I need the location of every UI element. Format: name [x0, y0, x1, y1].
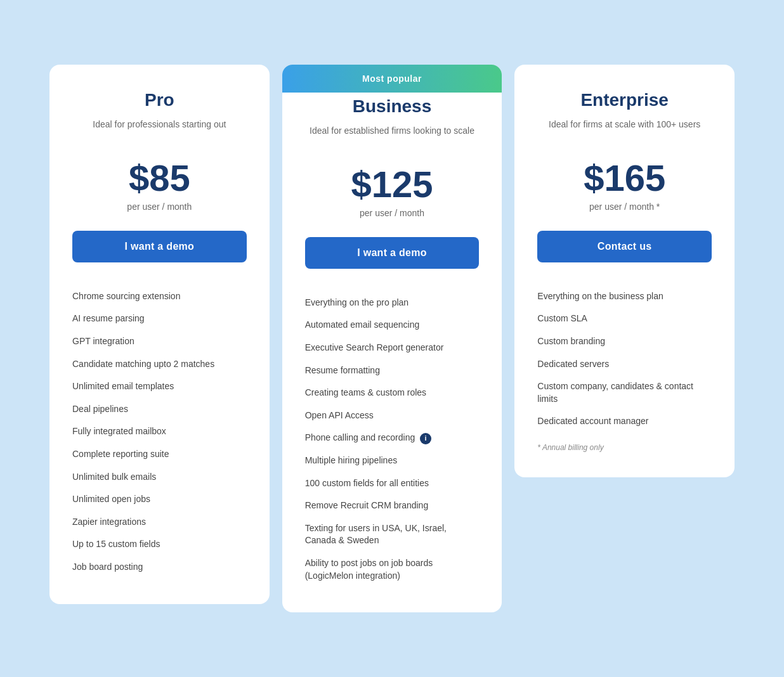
feature-item: Chrome sourcing extension — [72, 285, 247, 308]
feature-item: Complete reporting suite — [72, 443, 247, 466]
feature-item: Fully integrated mailbox — [72, 420, 247, 443]
feature-item: Phone calling and recording i — [305, 427, 480, 449]
plan-title-business: Business — [305, 96, 480, 117]
annual-note: * Annual billing only — [537, 443, 712, 452]
plan-price-pro: $85 — [72, 160, 247, 197]
plan-card-pro: ProIdeal for professionals starting out$… — [49, 65, 270, 604]
most-popular-badge: Most popular — [282, 65, 502, 93]
feature-item: GPT integration — [72, 330, 247, 353]
plan-cta-business[interactable]: I want a demo — [305, 237, 480, 269]
plan-period-pro: per user / month — [72, 202, 247, 212]
feature-item: Open API Access — [305, 404, 480, 427]
features-list-enterprise: Everything on the business planCustom SL… — [537, 285, 712, 433]
feature-item: Ability to post jobs on job boards (Logi… — [305, 552, 480, 587]
feature-item: Texting for users in USA, UK, Israel, Ca… — [305, 517, 480, 552]
plan-card-enterprise: EnterpriseIdeal for firms at scale with … — [514, 65, 735, 477]
pricing-wrapper: ProIdeal for professionals starting out$… — [43, 65, 741, 612]
feature-item: Creating teams & custom roles — [305, 382, 480, 404]
feature-item: Remove Recruit CRM branding — [305, 494, 480, 517]
feature-item: Automated email sequencing — [305, 314, 480, 337]
feature-item: Multiple hiring pipelines — [305, 449, 480, 472]
feature-item: Dedicated account manager — [537, 410, 712, 433]
plan-subtitle-enterprise: Ideal for firms at scale with 100+ users — [537, 118, 712, 145]
plan-subtitle-pro: Ideal for professionals starting out — [72, 118, 247, 145]
feature-item: Up to 15 custom fields — [72, 533, 247, 556]
plan-price-enterprise: $165 — [537, 160, 712, 197]
plan-title-enterprise: Enterprise — [537, 90, 712, 110]
feature-item: Unlimited open jobs — [72, 488, 247, 511]
feature-item: Resume formatting — [305, 359, 480, 382]
plan-title-pro: Pro — [72, 90, 247, 110]
plan-period-enterprise: per user / month * — [537, 202, 712, 212]
feature-item: Job board posting — [72, 556, 247, 579]
feature-item: Dedicated servers — [537, 353, 712, 376]
plan-cta-enterprise[interactable]: Contact us — [537, 231, 712, 262]
feature-item: Unlimited bulk emails — [72, 466, 247, 489]
feature-item: Everything on the pro plan — [305, 292, 480, 314]
plan-card-business: Most popularBusinessIdeal for establishe… — [282, 65, 502, 612]
feature-item: 100 custom fields for all entities — [305, 472, 480, 495]
feature-item: Custom SLA — [537, 307, 712, 330]
feature-item: Candidate matching upto 2 matches — [72, 353, 247, 376]
feature-item: Deal pipelines — [72, 398, 247, 421]
features-list-business: Everything on the pro planAutomated emai… — [305, 292, 480, 587]
features-list-pro: Chrome sourcing extensionAI resume parsi… — [72, 285, 247, 579]
feature-item: Executive Search Report generator — [305, 337, 480, 359]
feature-item: Custom branding — [537, 330, 712, 353]
plan-subtitle-business: Ideal for established firms looking to s… — [305, 124, 480, 151]
feature-item: Unlimited email templates — [72, 375, 247, 398]
info-icon[interactable]: i — [420, 433, 431, 444]
plan-period-business: per user / month — [305, 208, 480, 218]
feature-item: Everything on the business plan — [537, 285, 712, 308]
feature-item: Custom company, candidates & contact lim… — [537, 375, 712, 410]
feature-item: AI resume parsing — [72, 307, 247, 330]
plan-price-business: $125 — [305, 166, 480, 203]
plan-cta-pro[interactable]: I want a demo — [72, 231, 247, 262]
feature-item: Zapier integrations — [72, 511, 247, 534]
